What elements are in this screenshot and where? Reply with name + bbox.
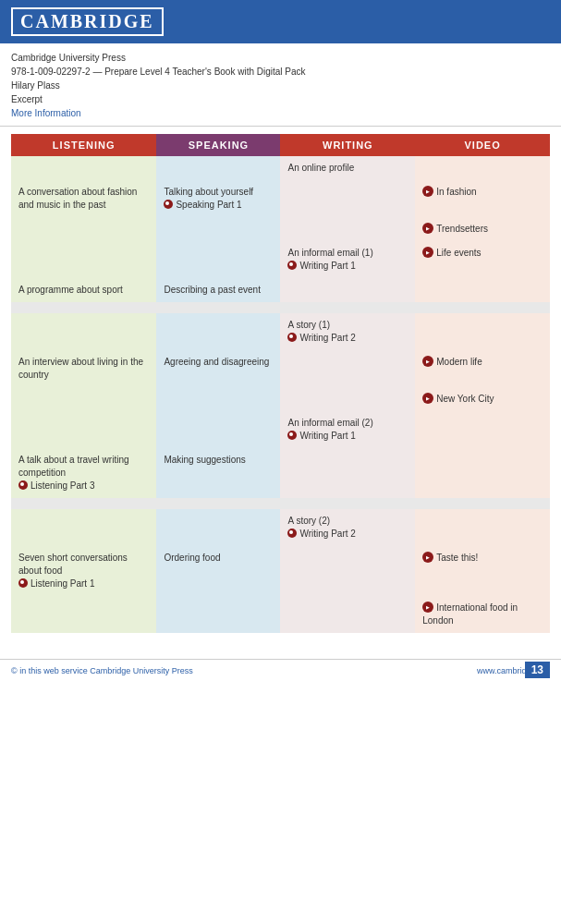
cell-video bbox=[415, 278, 550, 302]
separator-row bbox=[11, 498, 550, 509]
listening-icon bbox=[18, 578, 28, 588]
cell-video: New York City bbox=[415, 387, 550, 411]
cell-speaking bbox=[156, 411, 280, 448]
more-information-link[interactable]: More Information bbox=[11, 108, 81, 118]
cell-writing bbox=[280, 180, 415, 217]
video-icon bbox=[422, 552, 433, 563]
table-header-row: LISTENING SPEAKING WRITING VIDEO bbox=[11, 134, 550, 156]
listening-icon bbox=[18, 480, 28, 490]
table-row: Seven short conversations about foodList… bbox=[11, 546, 550, 596]
separator-cell bbox=[11, 302, 550, 313]
cell-speaking bbox=[156, 387, 280, 411]
cell-listening: A conversation about fashion and music i… bbox=[11, 180, 156, 217]
cell-speaking: Making suggestions bbox=[156, 448, 280, 498]
cell-listening: A talk about a travel writing competitio… bbox=[11, 448, 156, 498]
cell-speaking: Ordering food bbox=[156, 546, 280, 596]
writing-icon bbox=[287, 333, 297, 342]
cell-video: Trendsetters bbox=[415, 217, 550, 241]
cell-video bbox=[415, 509, 550, 546]
copyright-link[interactable]: © in this web service Cambridge Universi… bbox=[11, 666, 193, 675]
cell-writing bbox=[280, 546, 415, 596]
cell-speaking bbox=[156, 217, 280, 241]
cell-listening bbox=[11, 241, 156, 278]
cell-speaking bbox=[156, 509, 280, 546]
video-icon bbox=[422, 223, 433, 234]
footer-links: © in this web service Cambridge Universi… bbox=[11, 664, 550, 677]
col-header-listening: LISTENING bbox=[11, 134, 156, 156]
table-container: LISTENING SPEAKING WRITING VIDEO An onli… bbox=[0, 127, 561, 640]
cambridge-logo: CAMBRIDGE bbox=[11, 7, 164, 36]
cell-video: International food in London bbox=[415, 596, 550, 633]
video-icon bbox=[422, 356, 433, 367]
table-row: An informal email (2)Writing Part 1 bbox=[11, 411, 550, 448]
header-bar: CAMBRIDGE bbox=[0, 0, 561, 43]
cell-writing bbox=[280, 387, 415, 411]
cell-speaking bbox=[156, 156, 280, 180]
table-row: A conversation about fashion and music i… bbox=[11, 180, 550, 217]
video-icon bbox=[422, 602, 433, 613]
speaking-icon bbox=[164, 200, 173, 209]
info-line1: Cambridge University Press bbox=[11, 51, 550, 65]
table-row: Trendsetters bbox=[11, 217, 550, 241]
cell-listening: An interview about living in the country bbox=[11, 350, 156, 387]
page-number: 13 bbox=[525, 662, 550, 678]
video-icon bbox=[422, 247, 433, 258]
cell-listening bbox=[11, 387, 156, 411]
cell-video: Modern life bbox=[415, 350, 550, 387]
cell-speaking bbox=[156, 241, 280, 278]
cell-video: In fashion bbox=[415, 180, 550, 217]
video-icon bbox=[422, 186, 433, 197]
content-table: LISTENING SPEAKING WRITING VIDEO An onli… bbox=[11, 134, 550, 633]
cell-writing bbox=[280, 350, 415, 387]
cell-video bbox=[415, 313, 550, 350]
cell-writing bbox=[280, 217, 415, 241]
cell-speaking bbox=[156, 596, 280, 633]
table-row: New York City bbox=[11, 387, 550, 411]
cell-listening bbox=[11, 411, 156, 448]
cell-listening bbox=[11, 509, 156, 546]
cell-writing: A story (2)Writing Part 2 bbox=[280, 509, 415, 546]
col-header-speaking: SPEAKING bbox=[156, 134, 280, 156]
video-icon bbox=[422, 393, 433, 404]
cell-listening bbox=[11, 156, 156, 180]
cell-writing bbox=[280, 596, 415, 633]
cell-writing: An online profile bbox=[280, 156, 415, 180]
cell-listening bbox=[11, 596, 156, 633]
writing-icon bbox=[287, 261, 297, 270]
cell-listening: A programme about sport bbox=[11, 278, 156, 302]
table-row: A programme about sport Describing a pas… bbox=[11, 278, 550, 302]
cell-writing: A story (1)Writing Part 2 bbox=[280, 313, 415, 350]
info-line3: Hilary Plass bbox=[11, 79, 550, 92]
cell-writing bbox=[280, 278, 415, 302]
info-line4: Excerpt bbox=[11, 92, 550, 106]
info-line2: 978-1-009-02297-2 — Prepare Level 4 Teac… bbox=[11, 65, 550, 79]
cell-video: Taste this! bbox=[415, 546, 550, 596]
cell-listening bbox=[11, 313, 156, 350]
info-section: Cambridge University Press 978-1-009-022… bbox=[0, 43, 561, 127]
table-row: An online profile bbox=[11, 156, 550, 180]
separator-row bbox=[11, 302, 550, 313]
table-row: A story (2)Writing Part 2 bbox=[11, 509, 550, 546]
cell-speaking bbox=[156, 313, 280, 350]
cell-writing: An informal email (1)Writing Part 1 bbox=[280, 241, 415, 278]
cell-speaking: Agreeing and disagreeing bbox=[156, 350, 280, 387]
cell-listening bbox=[11, 217, 156, 241]
cell-video bbox=[415, 448, 550, 498]
table-row: A story (1)Writing Part 2 bbox=[11, 313, 550, 350]
cell-video bbox=[415, 411, 550, 448]
cell-video: Life events bbox=[415, 241, 550, 278]
cell-writing: An informal email (2)Writing Part 1 bbox=[280, 411, 415, 448]
cell-writing bbox=[280, 448, 415, 498]
col-header-writing: WRITING bbox=[280, 134, 415, 156]
page-footer: © in this web service Cambridge Universi… bbox=[0, 659, 561, 682]
table-row: An interview about living in the country… bbox=[11, 350, 550, 387]
writing-icon bbox=[287, 431, 297, 440]
separator-cell bbox=[11, 498, 550, 509]
table-row: International food in London bbox=[11, 596, 550, 633]
cell-video bbox=[415, 156, 550, 180]
cell-listening: Seven short conversations about foodList… bbox=[11, 546, 156, 596]
writing-icon bbox=[287, 529, 297, 538]
cell-speaking: Describing a past event bbox=[156, 278, 280, 302]
table-row: A talk about a travel writing competitio… bbox=[11, 448, 550, 498]
col-header-video: VIDEO bbox=[415, 134, 550, 156]
